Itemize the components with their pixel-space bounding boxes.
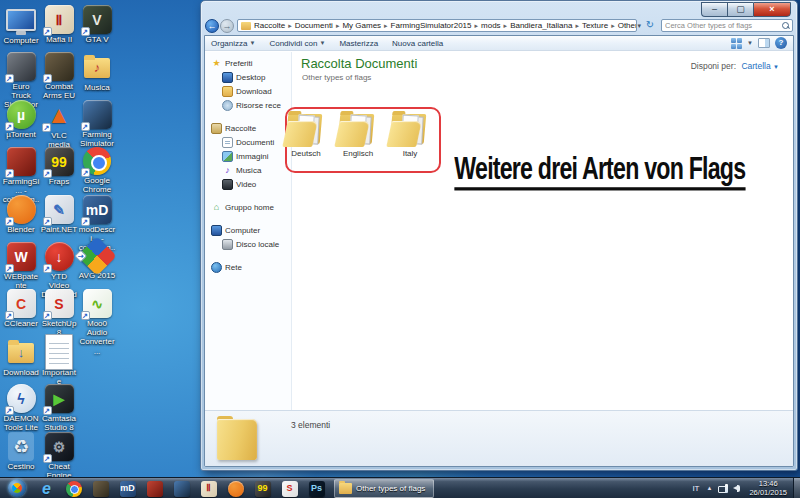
breadcrumb-separator-icon[interactable]: ▸	[504, 22, 508, 30]
network-icon[interactable]	[718, 484, 728, 493]
arrange-by-dropdown-icon[interactable]: ▼	[773, 64, 779, 70]
desktop-icon-combat-arms-eu[interactable]: Combat Arms EU	[40, 52, 78, 100]
forward-button[interactable]: →	[220, 19, 234, 33]
desktop-icon-cestino[interactable]: ♻ Cestino	[2, 432, 40, 471]
sidebar-computer[interactable]: Computer	[205, 223, 291, 237]
search-box[interactable]	[661, 19, 793, 32]
desktop-icon-label: Cestino	[2, 462, 40, 471]
shortcut-arrow-icon	[81, 27, 90, 36]
arrange-by: Disponi per: Cartella ▼	[691, 61, 779, 71]
breadcrumb-separator-icon[interactable]: ▸	[611, 22, 615, 30]
desktop-icon-musica[interactable]: ♪ Musica	[78, 52, 116, 92]
breadcrumb[interactable]: Raccolte ▸ Documenti ▸ My Games ▸ Farmin…	[237, 19, 637, 32]
breadcrumb-separator-icon[interactable]: ▸	[384, 22, 388, 30]
maximize-button[interactable]: ▢	[727, 2, 753, 17]
desktop-icon-ccleaner[interactable]: C CCleaner	[2, 289, 40, 328]
taskbar-blender[interactable]	[222, 479, 249, 498]
taskbar-chrome[interactable]	[60, 479, 87, 498]
taskbar-moddescription[interactable]: mD	[114, 479, 141, 498]
sidebar-gruppo-home[interactable]: Gruppo home	[205, 200, 291, 214]
icon-glyph: ∿	[91, 297, 103, 311]
desktop-icon-gta-v[interactable]: V GTA V	[78, 5, 116, 44]
desktop-icon-importante[interactable]: Importante	[40, 337, 78, 386]
sidebar-rete[interactable]: Rete	[205, 260, 291, 274]
taskbar-active-window-button[interactable]: Other types of flags	[334, 479, 434, 498]
language-indicator[interactable]: IT	[692, 484, 699, 493]
desktop-icon-camtasia-studio-8[interactable]: ▶ Camtasia Studio 8	[40, 384, 78, 432]
show-hidden-icons-icon[interactable]: ▲	[707, 485, 713, 491]
desktop-icon-utorrent[interactable]: µ µTorrent	[2, 100, 40, 139]
breadcrumb-segment[interactable]: Raccolte	[254, 21, 285, 30]
sidebar-video[interactable]: Video	[205, 177, 291, 191]
breadcrumb-segment[interactable]: My Games	[342, 21, 381, 30]
close-button[interactable]: ×	[753, 2, 791, 17]
address-dropdown-icon[interactable]: ▾	[637, 22, 641, 30]
desktop-icon-mafia-2[interactable]: Ⅱ Mafia II	[40, 5, 78, 44]
desktop-icon-fraps[interactable]: 99 Fraps	[40, 147, 78, 186]
volume-icon[interactable]	[733, 484, 742, 493]
taskbar-combat-arms[interactable]	[87, 479, 114, 498]
sidebar-preferiti[interactable]: Preferiti	[205, 56, 291, 70]
sidebar-raccolte[interactable]: Raccolte	[205, 121, 291, 135]
desktop-icon-moo0-audio-converter[interactable]: ∿ Moo0 Audio Converter ...	[78, 289, 116, 356]
desktop-icon-avg-2015[interactable]: AVG 2015	[78, 242, 116, 280]
sidebar-item-label: Disco locale	[236, 240, 279, 249]
breadcrumb-segment[interactable]: Other types of flags	[618, 21, 638, 30]
taskbar-sketchup[interactable]: S	[276, 479, 303, 498]
change-view-icon[interactable]	[731, 38, 742, 49]
sidebar-documenti[interactable]: Documenti	[205, 135, 291, 149]
breadcrumb-segment[interactable]: Texture	[582, 21, 608, 30]
taskbar-photoshop[interactable]: Ps	[303, 479, 330, 498]
shortcut-arrow-icon	[5, 217, 14, 226]
sidebar-download[interactable]: Download	[205, 84, 291, 98]
desktop-icon-cheat-engine[interactable]: ⚙ Cheat Engine	[40, 432, 78, 480]
breadcrumb-separator-icon[interactable]: ▸	[575, 22, 579, 30]
desktop-icon-computer[interactable]: Computer	[2, 5, 40, 45]
taskbar-internet-explorer[interactable]: e	[33, 479, 60, 498]
folder-englisch[interactable]: Englisch	[332, 113, 384, 158]
icon-glyph: ♻	[13, 438, 29, 456]
breadcrumb-separator-icon[interactable]: ▸	[475, 22, 479, 30]
shortcut-arrow-icon	[5, 406, 14, 415]
breadcrumb-segment[interactable]: Documenti	[295, 21, 333, 30]
sidebar-disco-locale[interactable]: Disco locale	[205, 237, 291, 251]
sidebar-musica[interactable]: Musica	[205, 163, 291, 177]
toolbar-condividi-con[interactable]: Condividi con ▼	[269, 39, 325, 48]
breadcrumb-separator-icon[interactable]: ▸	[336, 22, 340, 30]
icon-glyph: W	[14, 250, 27, 264]
toolbar-organizza[interactable]: Organizza ▼	[211, 39, 255, 48]
breadcrumb-separator-icon[interactable]: ▸	[288, 22, 292, 30]
desktop-icon-paint-net[interactable]: ✎ Paint.NET	[40, 195, 78, 234]
show-desktop-button[interactable]	[793, 478, 800, 498]
preview-pane-icon[interactable]	[758, 38, 770, 48]
toolbar-masterizza[interactable]: Masterizza ▼	[339, 39, 378, 48]
breadcrumb-segment[interactable]: mods	[481, 21, 501, 30]
sidebar-immagini[interactable]: Immagini	[205, 149, 291, 163]
taskbar-farming-mod[interactable]	[141, 479, 168, 498]
change-view-dropdown-icon[interactable]: ▼	[747, 40, 753, 46]
search-input[interactable]	[665, 21, 782, 30]
folder-deutsch[interactable]: Deutsch	[280, 113, 332, 158]
desktop-icon-webpatente[interactable]: W WEBpatente	[2, 242, 40, 290]
toolbar-nuova-cartella[interactable]: Nuova cartella ▼	[392, 39, 443, 48]
back-button[interactable]: ←	[205, 19, 219, 33]
help-icon[interactable]: ?	[775, 37, 787, 49]
desktop-icon-download[interactable]: ↓ Download	[2, 337, 40, 377]
desktop-icon-sketchup-8[interactable]: S SketchUp 8	[40, 289, 78, 337]
taskbar-fraps[interactable]: 99	[249, 479, 276, 498]
taskbar-farming-simulator-15[interactable]	[168, 479, 195, 498]
taskbar-mafia-2[interactable]: Ⅱ	[195, 479, 222, 498]
minimize-button[interactable]: ‒	[701, 2, 727, 17]
clock[interactable]: 13:46 26/01/2015	[749, 479, 787, 498]
desktop-icon-daemon-tools-lite[interactable]: ϟ DAEMON Tools Lite	[2, 384, 40, 432]
sidebar-desktop[interactable]: Desktop	[205, 70, 291, 84]
sidebar-risorse-recenti[interactable]: Risorse rece	[205, 98, 291, 112]
breadcrumb-segment[interactable]: FarmingSimulator2015	[391, 21, 472, 30]
arrange-by-value[interactable]: Cartella	[741, 61, 770, 71]
desktop-icon-google-chrome[interactable]: Google Chrome	[78, 147, 116, 194]
address-folder-icon	[241, 22, 251, 30]
start-button[interactable]	[8, 479, 26, 497]
desktop-icon-blender[interactable]: Blender	[2, 195, 40, 234]
refresh-button[interactable]: ↻	[643, 19, 657, 32]
breadcrumb-segment[interactable]: Bandiera_Italiana	[510, 21, 572, 30]
